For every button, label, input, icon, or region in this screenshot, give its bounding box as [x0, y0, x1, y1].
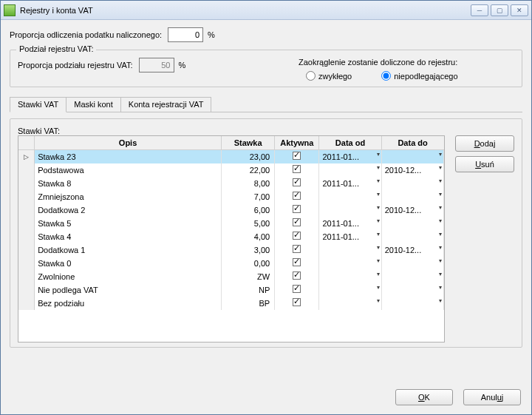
- table-row[interactable]: Stawka 88,002011-01...: [18, 177, 444, 190]
- tab-maski-kont[interactable]: Maski kont: [66, 97, 121, 112]
- cell-opis[interactable]: Zwolnione: [35, 270, 222, 283]
- cell-data-od[interactable]: [319, 283, 381, 297]
- cell-opis[interactable]: Stawka 0: [35, 257, 222, 270]
- col-data-od[interactable]: Data od: [319, 136, 381, 150]
- cell-stawka[interactable]: 23,00: [221, 150, 274, 163]
- cell-data-do[interactable]: [381, 190, 443, 203]
- cell-opis[interactable]: Dodatkowa 2: [35, 203, 222, 217]
- radio-zwyklego-input[interactable]: [306, 71, 316, 81]
- col-aktywna[interactable]: Aktywna: [275, 136, 319, 150]
- table-row[interactable]: Nie podlega VATNP: [18, 283, 444, 297]
- cell-aktywna[interactable]: [275, 150, 319, 163]
- checkbox-icon[interactable]: [293, 218, 301, 226]
- anuluj-button[interactable]: Anuluj: [463, 389, 521, 405]
- cell-stawka[interactable]: 8,00: [221, 177, 274, 190]
- cell-data-do[interactable]: [381, 230, 443, 243]
- cell-aktywna[interactable]: [275, 230, 319, 243]
- checkbox-icon[interactable]: [293, 258, 301, 266]
- cell-opis[interactable]: Bez podziału: [35, 297, 222, 310]
- checkbox-icon[interactable]: [293, 152, 301, 160]
- stawki-grid[interactable]: Opis Stawka Aktywna Data od Data do ▷Sta…: [18, 135, 445, 343]
- cell-data-od[interactable]: 2011-01...: [319, 230, 381, 243]
- cell-data-do[interactable]: [381, 257, 443, 270]
- cell-aktywna[interactable]: [275, 270, 319, 283]
- cell-data-do[interactable]: 2010-12...: [381, 163, 443, 177]
- cell-stawka[interactable]: 22,00: [221, 163, 274, 177]
- cell-data-do[interactable]: [381, 217, 443, 230]
- cell-stawka[interactable]: BP: [221, 297, 274, 310]
- cell-stawka[interactable]: 3,00: [221, 243, 274, 257]
- tab-konta-rejestracji[interactable]: Konta rejestracji VAT: [120, 97, 212, 112]
- cell-data-od[interactable]: 2011-01...: [319, 150, 381, 163]
- table-row[interactable]: Dodatkowa 13,002010-12...: [18, 243, 444, 257]
- cell-data-do[interactable]: [381, 270, 443, 283]
- cell-opis[interactable]: Stawka 23: [35, 150, 222, 163]
- cell-data-do[interactable]: [381, 297, 443, 310]
- checkbox-icon[interactable]: [293, 192, 301, 200]
- cell-stawka[interactable]: 6,00: [221, 203, 274, 217]
- radio-zwyklego[interactable]: zwykłego: [306, 71, 352, 81]
- cell-aktywna[interactable]: [275, 243, 319, 257]
- cell-stawka[interactable]: ZW: [221, 270, 274, 283]
- cell-opis[interactable]: Podstawowa: [35, 163, 222, 177]
- cell-stawka[interactable]: 0,00: [221, 257, 274, 270]
- cell-opis[interactable]: Zmniejszona: [35, 190, 222, 203]
- cell-data-od[interactable]: [319, 257, 381, 270]
- cell-data-do[interactable]: 2010-12...: [381, 243, 443, 257]
- dodaj-button[interactable]: Dodaj: [455, 135, 514, 152]
- table-row[interactable]: Podstawowa22,002010-12...: [18, 163, 444, 177]
- col-data-do[interactable]: Data do: [381, 136, 443, 150]
- checkbox-icon[interactable]: [293, 178, 301, 186]
- cell-data-od[interactable]: [319, 243, 381, 257]
- cell-opis[interactable]: Stawka 8: [35, 177, 222, 190]
- radio-niepodlegajacego[interactable]: niepodlegającego: [381, 71, 457, 81]
- cell-data-od[interactable]: 2011-01...: [319, 217, 381, 230]
- cell-data-do[interactable]: [381, 150, 443, 163]
- cell-data-od[interactable]: [319, 163, 381, 177]
- cell-aktywna[interactable]: [275, 283, 319, 297]
- cell-data-od[interactable]: [319, 203, 381, 217]
- table-row[interactable]: Zmniejszona7,00: [18, 190, 444, 203]
- cell-stawka[interactable]: NP: [221, 283, 274, 297]
- cell-data-do[interactable]: 2010-12...: [381, 203, 443, 217]
- checkbox-icon[interactable]: [293, 271, 301, 280]
- cell-aktywna[interactable]: [275, 163, 319, 177]
- cell-stawka[interactable]: 4,00: [221, 230, 274, 243]
- ok-button[interactable]: OK: [395, 389, 453, 405]
- table-row[interactable]: Stawka 55,002011-01...: [18, 217, 444, 230]
- cell-data-od[interactable]: [319, 297, 381, 310]
- col-opis[interactable]: Opis: [35, 136, 222, 150]
- cell-opis[interactable]: Nie podlega VAT: [35, 283, 222, 297]
- checkbox-icon[interactable]: [293, 165, 301, 173]
- cell-opis[interactable]: Dodatkowa 1: [35, 243, 222, 257]
- table-row[interactable]: ZwolnioneZW: [18, 270, 444, 283]
- table-row[interactable]: Stawka 44,002011-01...: [18, 230, 444, 243]
- cell-aktywna[interactable]: [275, 203, 319, 217]
- table-row[interactable]: Dodatkowa 26,002010-12...: [18, 203, 444, 217]
- usun-button[interactable]: Usuń: [455, 156, 514, 172]
- checkbox-icon[interactable]: [293, 232, 301, 240]
- cell-stawka[interactable]: 5,00: [221, 217, 274, 230]
- table-row[interactable]: ▷Stawka 2323,002011-01...: [18, 150, 444, 163]
- cell-aktywna[interactable]: [275, 177, 319, 190]
- checkbox-icon[interactable]: [293, 205, 301, 213]
- maximize-button[interactable]: ▢: [491, 4, 508, 16]
- checkbox-icon[interactable]: [293, 245, 301, 253]
- checkbox-icon[interactable]: [293, 298, 301, 306]
- prop-odliczenia-input[interactable]: [168, 27, 203, 42]
- cell-data-od[interactable]: [319, 270, 381, 283]
- minimize-button[interactable]: ─: [471, 4, 488, 16]
- cell-opis[interactable]: Stawka 5: [35, 217, 222, 230]
- close-button[interactable]: ✕: [511, 4, 528, 16]
- cell-aktywna[interactable]: [275, 297, 319, 310]
- cell-data-od[interactable]: [319, 190, 381, 203]
- cell-aktywna[interactable]: [275, 190, 319, 203]
- checkbox-icon[interactable]: [293, 285, 301, 293]
- cell-data-od[interactable]: 2011-01...: [319, 177, 381, 190]
- cell-aktywna[interactable]: [275, 217, 319, 230]
- radio-niepodlegajacego-input[interactable]: [381, 71, 391, 81]
- cell-data-do[interactable]: [381, 177, 443, 190]
- col-stawka[interactable]: Stawka: [221, 136, 274, 150]
- table-row[interactable]: Bez podziałuBP: [18, 297, 444, 310]
- cell-opis[interactable]: Stawka 4: [35, 230, 222, 243]
